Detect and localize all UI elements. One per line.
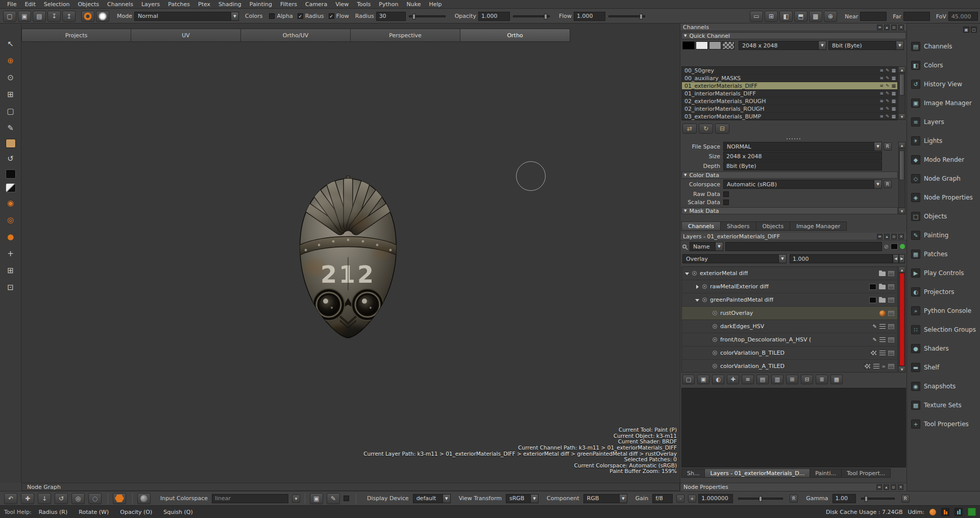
properties-scrollbar[interactable]: ▲ ▼ [898, 142, 905, 214]
menu-help[interactable]: Help [425, 0, 446, 9]
cache-icon[interactable]: ▦ [891, 68, 896, 73]
flow-field[interactable]: 1.000 [574, 12, 605, 21]
scroll-down-icon[interactable]: ▼ [899, 208, 905, 214]
scroll-thumb[interactable] [899, 151, 904, 180]
sidebar-item-shaders[interactable]: ●Shaders [911, 342, 978, 355]
near-field[interactable] [860, 12, 887, 21]
screen-projection-button[interactable]: ▭ [750, 11, 763, 22]
view-transform-select[interactable]: sRGB ▼ [506, 494, 538, 503]
viewport-tab-ortho[interactable]: Ortho [460, 29, 570, 42]
filter-swatch-icon[interactable] [891, 243, 898, 250]
float-icon[interactable]: ▫ [891, 234, 897, 239]
sidebar-item-play-controls[interactable]: ▶Play Controls [911, 266, 978, 280]
color-ring-button[interactable] [81, 11, 94, 22]
fov-field[interactable]: 45.000 [948, 12, 978, 21]
add-procedural-button[interactable]: ✚ [727, 375, 739, 384]
dotted-circle-button[interactable]: ◌ [88, 493, 102, 504]
collapse-icon[interactable]: ▴ [884, 234, 890, 239]
layer-row[interactable]: front/top_Descoloration_A_HSV (✎ [682, 333, 897, 347]
menu-edit[interactable]: Edit [20, 0, 39, 9]
scalar-data-checkbox[interactable] [723, 200, 729, 205]
uv-view-tool[interactable]: ⊞ [4, 264, 17, 277]
radius-checkbox[interactable]: ✓ [298, 13, 303, 19]
grid-view-button[interactable]: ▦ [830, 375, 843, 384]
input-colorspace-field[interactable]: linear [212, 494, 288, 503]
radius-field[interactable]: 30 [376, 12, 406, 21]
merge-layers-button[interactable]: ≡ [742, 375, 754, 384]
panel-tab-image-manager[interactable]: Image Manager [790, 221, 847, 231]
close-icon[interactable]: × [898, 24, 904, 30]
blend-mode-select[interactable]: Overlay ▼ [682, 254, 787, 263]
sidebar-item-colors[interactable]: ◧Colors [911, 59, 978, 72]
scroll-up-icon[interactable]: ▲ [899, 267, 905, 273]
menu-selection[interactable]: Selection [40, 0, 74, 9]
target-button[interactable]: ◎ [71, 493, 85, 504]
patch-view-tool[interactable]: ⊡ [4, 281, 17, 293]
visibility-eye-icon[interactable] [702, 298, 707, 302]
scroll-track[interactable] [899, 73, 905, 113]
panel-tab-objects[interactable]: Objects [756, 221, 791, 231]
menu-layers[interactable]: Layers [137, 0, 164, 9]
radius-slider[interactable] [409, 15, 446, 17]
menu-nuke[interactable]: Nuke [403, 0, 425, 9]
clear-filter-icon[interactable]: ⊘ [884, 243, 889, 250]
float-icon[interactable]: ▫ [891, 24, 897, 30]
menu-file[interactable]: File [3, 0, 20, 9]
layer-row[interactable]: darkEdges_HSV✎ [682, 320, 897, 333]
cache-icon[interactable]: ▦ [891, 91, 896, 96]
quick-depth-select[interactable]: 8bit (Byte) ▼ [828, 41, 904, 50]
quick-channel-section[interactable]: ▼ Quick Channel [681, 32, 906, 39]
sidebar-item-layers[interactable]: ≡Layers [911, 115, 978, 129]
background-color-tool[interactable] [6, 169, 16, 179]
bottom-tab-2[interactable]: Painti... [810, 468, 842, 478]
gain-minus-button[interactable]: - [676, 495, 684, 503]
mask-preview-button[interactable]: ▩ [809, 11, 822, 22]
add-layer-button[interactable]: ▢ [682, 375, 695, 384]
channel-row[interactable]: 02_interiorMaterials_ROUGH≡✎▦ [682, 105, 897, 113]
sidebar-item-lights[interactable]: ☀Lights [911, 134, 978, 147]
gain-fstop-field[interactable]: f/8 [652, 494, 673, 503]
menu-tools[interactable]: Tools [353, 0, 375, 9]
spin-left-icon[interactable]: ◀ [893, 254, 899, 263]
share-channel-button[interactable]: ⇄ [682, 124, 697, 134]
close-icon[interactable]: × [898, 234, 904, 239]
channel-row[interactable]: 01_interiorMaterials_DIFF≡✎▦ [682, 90, 897, 97]
display-device-select[interactable]: default ▼ [413, 494, 451, 503]
sidebar-item-patches[interactable]: ▦Patches [911, 248, 978, 261]
mirror-h-button[interactable]: ◧ [779, 11, 793, 22]
add-folder-button[interactable]: ▣ [697, 375, 709, 384]
zoom-tool[interactable]: ⊙ [4, 71, 17, 84]
sidebar-item-python-console[interactable]: »Python Console [911, 304, 978, 317]
viewport-tab-ortho-uv[interactable]: Ortho/UV [241, 29, 351, 42]
viewport-canvas[interactable]: ProjectsUVOrtho/UVPerspectiveOrtho [21, 23, 680, 483]
dock-icon[interactable]: ≡ [877, 234, 883, 239]
paint-target-button[interactable] [113, 493, 126, 504]
reset-button[interactable]: R [884, 180, 892, 188]
layer-opacity-value[interactable]: 1.000 [790, 254, 893, 263]
channel-row[interactable]: 01_exteriorMaterials_DIFF≡✎▦ [682, 82, 897, 90]
menu-channels[interactable]: Channels [103, 0, 137, 9]
undo-button[interactable]: ↶ [4, 493, 17, 504]
layer-row[interactable]: colorVariation_B_TILED [682, 347, 897, 360]
sidebar-item-texture-sets[interactable]: ▩Texture Sets [911, 399, 978, 412]
opacity-slider-knob[interactable] [544, 14, 547, 19]
menu-shading[interactable]: Shading [214, 0, 246, 9]
sidebar-item-snapshots[interactable]: ◉Snapshots [911, 380, 978, 393]
dock-icon[interactable]: ≡ [877, 24, 883, 30]
cache-icon[interactable]: ▦ [891, 83, 896, 88]
brush-tip-button[interactable] [96, 11, 109, 22]
panel-tab-shaders[interactable]: Shaders [721, 221, 756, 231]
reset-button[interactable]: R [884, 142, 892, 151]
sidebar-item-node-properties[interactable]: ◈Node Properties [911, 191, 978, 204]
move-button[interactable]: ✚ [21, 493, 34, 504]
menu-filters[interactable]: Filters [276, 0, 301, 9]
gamma-slider-knob[interactable] [865, 496, 868, 502]
panel-splitter[interactable] [680, 137, 906, 140]
layer-row[interactable]: rustOverlay [682, 307, 897, 320]
channel-row[interactable]: 02_exteriorMaterials_ROUGH≡✎▦ [682, 97, 897, 105]
sidebar-item-tool-properties[interactable]: +Tool Properties [911, 417, 978, 431]
sidebar-item-image-manager[interactable]: ▣Image Manager [911, 96, 978, 110]
raw-data-checkbox[interactable] [723, 191, 729, 197]
input-colorspace-menu-icon[interactable]: ▾ [292, 495, 300, 503]
cache-icon[interactable]: ▦ [891, 106, 896, 111]
